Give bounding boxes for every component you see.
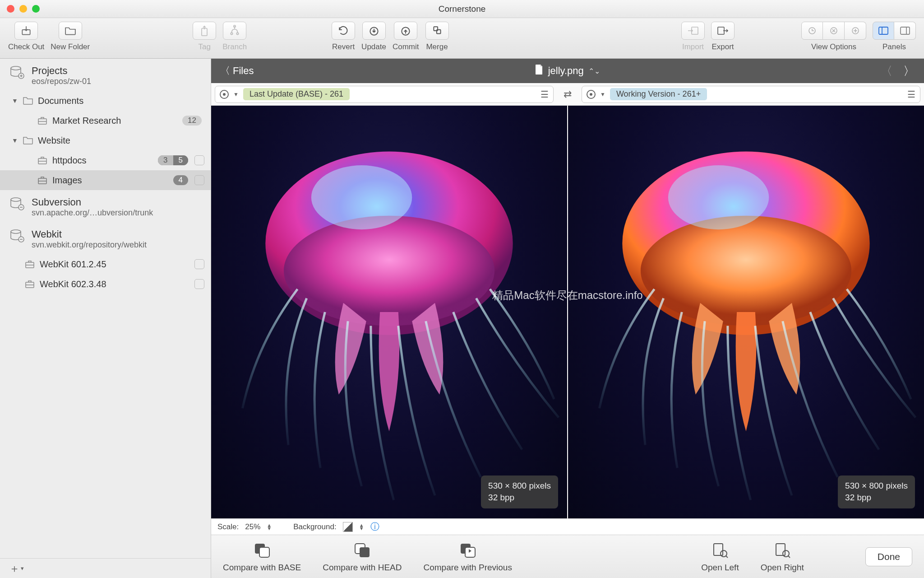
count-badge: 4: [173, 175, 188, 185]
svg-rect-43: [776, 544, 785, 555]
scale-bar: Scale: 25% ▲▼ Background: ▲▼ ⓘ: [211, 518, 924, 535]
image-left: [211, 106, 567, 518]
nav-prev[interactable]: 〈: [881, 63, 892, 79]
chevron-down-icon: ▼: [233, 91, 239, 98]
back-files[interactable]: 〈 Files: [220, 64, 254, 78]
swap-button[interactable]: ⇄: [557, 89, 578, 100]
svg-rect-14: [879, 27, 888, 34]
close-window-button[interactable]: [7, 5, 14, 13]
wc-item[interactable]: WebKit 601.2.45: [0, 254, 211, 274]
export-button[interactable]: Export: [711, 22, 735, 51]
tree-httpdocs[interactable]: httpdocs 35: [0, 150, 211, 170]
image-info-right: 530 × 800 pixels 32 bpp: [838, 475, 915, 508]
tree-images[interactable]: Images 4: [0, 170, 211, 190]
server-icon: [9, 65, 25, 79]
titlebar: Cornerstone: [0, 0, 924, 18]
bg-label: Background:: [293, 522, 336, 531]
view-option-1[interactable]: [801, 22, 823, 40]
compare-prev-button[interactable]: Compare with Previous: [423, 541, 512, 573]
svg-point-42: [721, 550, 727, 557]
compare-base-button[interactable]: Compare with BASE: [223, 541, 301, 573]
panels-segment[interactable]: Panels: [873, 22, 916, 51]
sidebar-add[interactable]: ＋▾: [0, 558, 211, 578]
commit-button[interactable]: Commit: [393, 22, 419, 51]
done-button[interactable]: Done: [865, 547, 912, 566]
checkbox[interactable]: [194, 259, 204, 269]
server-icon: [9, 228, 25, 243]
bg-stepper[interactable]: ▲▼: [359, 524, 364, 530]
svg-point-25: [11, 230, 21, 233]
toolbar: Check Out New Folder Tag Branch Revert U…: [0, 18, 924, 59]
repo-subversion[interactable]: Subversion svn.apache.org/…ubversion/tru…: [0, 190, 211, 222]
updown-icon[interactable]: ⌃⌄: [588, 67, 600, 75]
tree-market[interactable]: Market Research 12: [0, 111, 211, 131]
briefcase-icon: [23, 280, 36, 289]
compare-viewport: 精品Mac软件尽在macstore.info 530 × 800 pixels …: [211, 106, 924, 518]
count-badge: 35: [158, 155, 188, 165]
image-info-left: 530 × 800 pixels 32 bpp: [481, 475, 558, 508]
tree-website[interactable]: ▼ Website: [0, 131, 211, 150]
tag-button[interactable]: Tag: [193, 22, 216, 51]
svg-rect-38: [360, 547, 370, 557]
import-button[interactable]: Import: [681, 22, 705, 51]
repo-webkit[interactable]: Webkit svn.webkit.org/repository/webkit: [0, 222, 211, 254]
svg-point-2: [231, 33, 233, 34]
svg-point-30: [284, 216, 494, 326]
minimize-window-button[interactable]: [19, 5, 27, 13]
wc-item[interactable]: WebKit 602.3.48: [0, 274, 211, 294]
content-area: 〈 Files jelly.png ⌃⌄ 〈 〉 ▼ Last Update (…: [211, 59, 924, 578]
svg-point-31: [311, 165, 412, 229]
repo-path: eos/repos/zw-01: [32, 77, 91, 86]
svg-rect-36: [259, 547, 269, 557]
panel-right[interactable]: [894, 22, 916, 40]
server-icon: [9, 196, 25, 211]
view-options-segment[interactable]: View Options: [801, 22, 866, 51]
briefcase-icon: [23, 260, 36, 269]
info-icon[interactable]: ⓘ: [370, 521, 379, 533]
zoom-window-button[interactable]: [32, 5, 40, 13]
compare-toolbar: Compare with BASE Compare with HEAD Comp…: [211, 535, 924, 578]
update-button[interactable]: Update: [361, 22, 386, 51]
nav-next[interactable]: 〉: [903, 63, 915, 79]
view-option-2[interactable]: [823, 22, 845, 40]
panel-left[interactable]: [873, 22, 894, 40]
version-right[interactable]: ▼ Working Version - 261+ ☰: [582, 86, 920, 103]
svg-point-18: [11, 66, 21, 70]
bg-swatch[interactable]: [343, 522, 353, 532]
disclosure-icon[interactable]: ▼: [12, 97, 18, 104]
menu-icon[interactable]: ☰: [541, 89, 549, 100]
briefcase-icon: [36, 116, 49, 125]
svg-rect-1: [202, 28, 207, 36]
tree-documents[interactable]: ▼ Documents: [0, 91, 211, 111]
merge-button[interactable]: Merge: [425, 22, 449, 51]
menu-icon[interactable]: ☰: [907, 89, 915, 100]
svg-rect-40: [465, 547, 475, 557]
pane-left[interactable]: 530 × 800 pixels 32 bpp: [211, 106, 567, 518]
open-right-button[interactable]: Open Right: [761, 541, 804, 573]
revert-button[interactable]: Revert: [332, 22, 355, 51]
svg-point-34: [668, 165, 769, 229]
checkbox[interactable]: [194, 155, 204, 165]
checkbox[interactable]: [194, 279, 204, 289]
repo-title: Projects: [32, 65, 91, 77]
pane-right[interactable]: 530 × 800 pixels 32 bpp: [567, 106, 924, 518]
scale-label: Scale:: [217, 522, 239, 531]
target-icon: [220, 90, 229, 99]
scale-stepper[interactable]: ▲▼: [267, 524, 272, 530]
file-icon: [535, 64, 544, 78]
open-left-button[interactable]: Open Left: [701, 541, 739, 573]
compare-head-button[interactable]: Compare with HEAD: [323, 541, 402, 573]
checkout-button[interactable]: Check Out: [8, 22, 44, 51]
branch-button[interactable]: Branch: [222, 22, 247, 51]
folder-icon: [22, 96, 34, 105]
checkbox[interactable]: [194, 175, 204, 185]
target-icon: [587, 90, 596, 99]
disclosure-icon[interactable]: ▼: [12, 137, 18, 144]
version-row: ▼ Last Update (BASE) - 261 ☰ ⇄ ▼ Working…: [211, 83, 924, 106]
repo-projects[interactable]: Projects eos/repos/zw-01: [0, 59, 211, 91]
version-left[interactable]: ▼ Last Update (BASE) - 261 ☰: [215, 86, 554, 103]
watermark-text: 精品Mac软件尽在macstore.info: [492, 288, 642, 303]
chevron-down-icon: ▼: [600, 91, 605, 98]
view-option-3[interactable]: [845, 22, 866, 40]
newfolder-button[interactable]: New Folder: [51, 22, 90, 51]
